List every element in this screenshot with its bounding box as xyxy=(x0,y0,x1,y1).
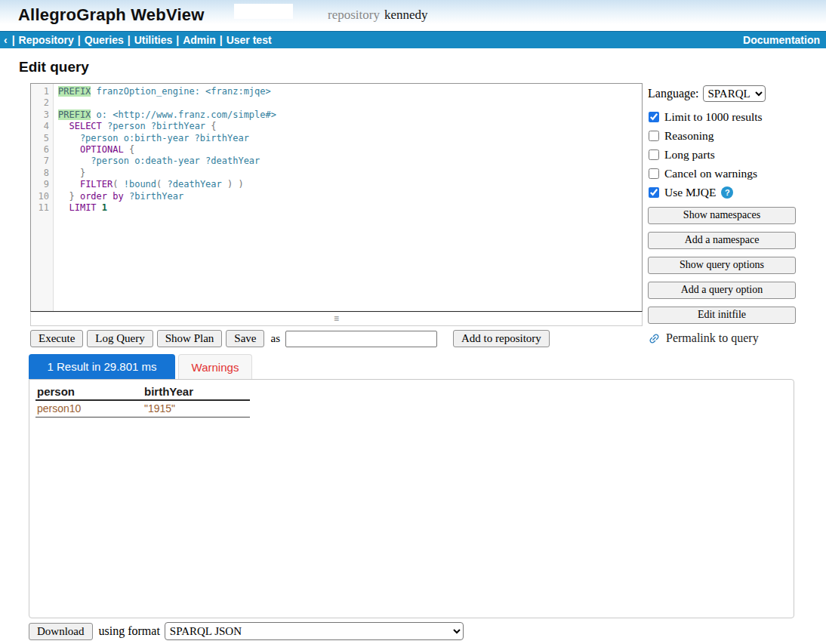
query-editor[interactable]: 1234567891011 PREFIX franzOption_engine:… xyxy=(30,83,643,312)
editor-line-numbers: 1234567891011 xyxy=(31,84,54,311)
nav-item-user-test[interactable]: User test xyxy=(227,34,272,46)
using-format-label: using format xyxy=(99,624,160,638)
result-cell-birthyear: "1915" xyxy=(143,400,250,418)
resize-grip-icon: ≡ xyxy=(334,313,339,324)
column-header-person: person xyxy=(35,384,143,400)
column-header-birthyear: birthYear xyxy=(143,384,250,400)
download-row: Download using format SPARQL JSON xyxy=(29,622,826,640)
editor-code-area[interactable]: PREFIX franzOption_engine: <franz:mjqe> … xyxy=(54,84,642,311)
log-query-button[interactable]: Log Query xyxy=(87,330,153,347)
download-button[interactable]: Download xyxy=(29,623,93,640)
save-button[interactable]: Save xyxy=(226,330,264,347)
edit-initfile-button[interactable]: Edit initfile xyxy=(648,307,796,324)
nav-separator: | xyxy=(128,34,131,46)
header-blank-box xyxy=(234,4,293,19)
results-header-row: person birthYear xyxy=(35,384,250,400)
add-query-option-button[interactable]: Add a query option xyxy=(648,282,796,299)
cancel-on-warnings-checkbox[interactable] xyxy=(649,168,659,179)
show-plan-button[interactable]: Show Plan xyxy=(157,330,223,347)
permalink-to-query-link[interactable]: Permalink to query xyxy=(648,331,799,345)
editor-column: 1234567891011 PREFIX franzOption_engine:… xyxy=(30,83,643,347)
save-name-input[interactable] xyxy=(285,331,437,347)
main-row: 1234567891011 PREFIX franzOption_engine:… xyxy=(30,83,826,347)
result-cell-person[interactable]: person10 xyxy=(35,400,143,418)
reasoning-checkbox[interactable] xyxy=(649,131,659,141)
app-title: AllegroGraph WebView xyxy=(18,5,204,25)
use-mjqe-label: Use MJQE xyxy=(664,186,716,199)
nav-item-repository[interactable]: Repository xyxy=(19,34,74,46)
use-mjqe-checkbox[interactable] xyxy=(649,187,659,198)
editor-resize-handle[interactable]: ≡ xyxy=(30,312,643,326)
language-row: Language: SPARQL xyxy=(648,85,799,102)
repository-label: repository xyxy=(328,8,380,22)
limit-results-checkbox[interactable] xyxy=(649,112,659,122)
results-table: person birthYear person10 "1915" xyxy=(35,384,250,418)
permalink-label: Permalink to query xyxy=(666,331,759,345)
show-namespaces-button[interactable]: Show namespaces xyxy=(648,207,796,224)
results-panel: person birthYear person10 "1915" xyxy=(29,379,794,618)
add-namespace-button[interactable]: Add a namespace xyxy=(648,232,796,249)
cancel-on-warnings-label: Cancel on warnings xyxy=(664,167,757,180)
repository-name: kennedy xyxy=(384,8,428,22)
nav-separator: | xyxy=(12,34,15,46)
page-title: Edit query xyxy=(19,59,826,75)
nav-bar: ‹ | Repository | Queries | Utilities | A… xyxy=(0,31,826,48)
nav-left: ‹ | Repository | Queries | Utilities | A… xyxy=(4,34,272,46)
checkbox-row-long-parts: Long parts xyxy=(648,148,799,162)
nav-item-documentation[interactable]: Documentation xyxy=(743,34,820,46)
tab-warnings[interactable]: Warnings xyxy=(178,354,252,379)
checkbox-row-limit: Limit to 1000 results xyxy=(648,110,799,124)
nav-item-utilities[interactable]: Utilities xyxy=(134,34,173,46)
show-query-options-button[interactable]: Show query options xyxy=(648,257,796,274)
reasoning-label: Reasoning xyxy=(664,129,714,143)
nav-separator: | xyxy=(220,34,223,46)
long-parts-label: Long parts xyxy=(664,148,715,162)
nav-item-admin[interactable]: Admin xyxy=(183,34,216,46)
options-buttons: Show namespaces Add a namespace Show que… xyxy=(648,207,799,324)
nav-item-queries[interactable]: Queries xyxy=(85,34,124,46)
back-chevron-icon[interactable]: ‹ xyxy=(4,34,8,46)
nav-separator: | xyxy=(78,34,81,46)
query-options-panel: Language: SPARQL Limit to 1000 results R… xyxy=(648,83,799,347)
format-select[interactable]: SPARQL JSON xyxy=(165,622,464,640)
language-select[interactable]: SPARQL xyxy=(703,85,766,102)
header: AllegroGraph WebView repositorykennedy xyxy=(0,0,826,31)
checkbox-row-cancel-warnings: Cancel on warnings xyxy=(648,167,799,180)
help-icon[interactable]: ? xyxy=(721,186,733,199)
query-toolbar: Execute Log Query Show Plan Save as Add … xyxy=(30,330,643,347)
long-parts-checkbox[interactable] xyxy=(649,149,659,160)
execute-button[interactable]: Execute xyxy=(30,330,83,347)
table-row: person10 "1915" xyxy=(35,400,250,418)
tab-results[interactable]: 1 Result in 29.801 ms xyxy=(29,354,175,379)
nav-separator: | xyxy=(176,34,179,46)
language-label: Language: xyxy=(648,87,699,100)
results-tabs: 1 Result in 29.801 ms Warnings xyxy=(29,354,826,379)
link-chain-icon xyxy=(645,329,663,347)
checkbox-row-reasoning: Reasoning xyxy=(648,129,799,143)
limit-results-label: Limit to 1000 results xyxy=(664,110,763,124)
save-as-label: as xyxy=(270,332,280,345)
add-to-repository-button[interactable]: Add to repository xyxy=(453,330,550,347)
checkbox-row-use-mjqe: Use MJQE ? xyxy=(648,186,799,199)
repository-indicator: repositorykennedy xyxy=(328,8,428,23)
